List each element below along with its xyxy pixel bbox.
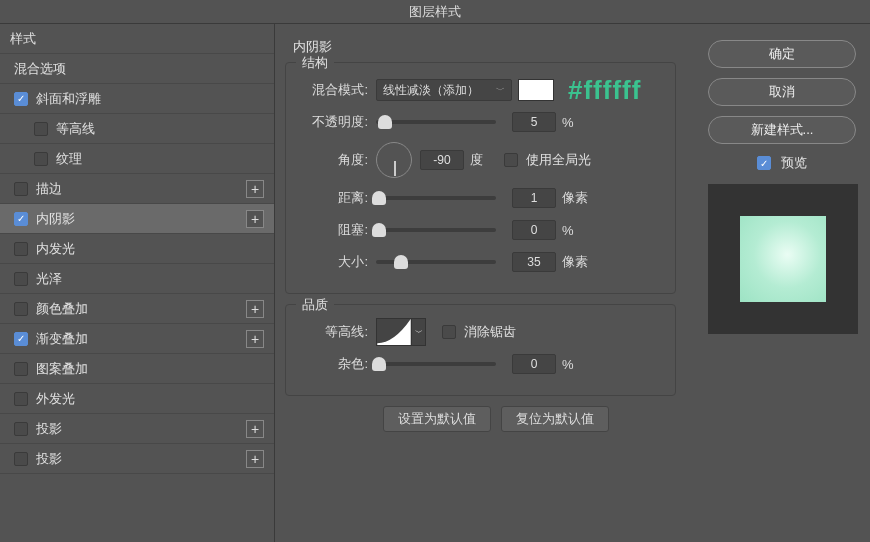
- quality-title: 品质: [296, 296, 334, 314]
- checkbox-icon[interactable]: [34, 122, 48, 136]
- sidebar-item-label: 颜色叠加: [36, 300, 88, 318]
- checkbox-icon[interactable]: [14, 422, 28, 436]
- right-panel: 确定 取消 新建样式... 预览: [694, 24, 870, 542]
- angle-label: 角度:: [300, 151, 368, 169]
- make-default-button[interactable]: 设置为默认值: [383, 406, 491, 432]
- sidebar-item-gradient-overlay[interactable]: 渐变叠加 +: [0, 324, 274, 354]
- chevron-down-icon: ﹀: [496, 84, 505, 97]
- global-light-label: 使用全局光: [526, 151, 591, 169]
- styles-sidebar: 样式 混合选项 斜面和浮雕 等高线 纹理 描边 + 内阴影 + 内发光: [0, 24, 275, 542]
- sidebar-header-styles: 样式: [0, 24, 274, 54]
- sidebar-item-label: 内阴影: [36, 210, 75, 228]
- checkbox-icon[interactable]: [14, 212, 28, 226]
- distance-label: 距离:: [300, 189, 368, 207]
- global-light-checkbox[interactable]: [504, 153, 518, 167]
- sidebar-item-stroke[interactable]: 描边 +: [0, 174, 274, 204]
- spread-slider[interactable]: [376, 228, 496, 232]
- slider-thumb-icon[interactable]: [372, 223, 386, 237]
- contour-picker[interactable]: [376, 318, 412, 346]
- structure-fieldset: 结构 混合模式: 线性减淡（添加） ﹀ #ffffff 不透明度: 5 %: [285, 62, 676, 294]
- checkbox-icon[interactable]: [14, 92, 28, 106]
- sidebar-item-label: 渐变叠加: [36, 330, 88, 348]
- cancel-button[interactable]: 取消: [708, 78, 856, 106]
- sidebar-item-pattern-overlay[interactable]: 图案叠加: [0, 354, 274, 384]
- checkbox-icon[interactable]: [14, 242, 28, 256]
- checkbox-icon[interactable]: [14, 392, 28, 406]
- slider-thumb-icon[interactable]: [394, 255, 408, 269]
- add-gradient-overlay-icon[interactable]: +: [246, 330, 264, 348]
- checkbox-icon[interactable]: [14, 332, 28, 346]
- antialias-checkbox[interactable]: [442, 325, 456, 339]
- add-color-overlay-icon[interactable]: +: [246, 300, 264, 318]
- color-hex-annotation: #ffffff: [568, 75, 641, 106]
- sidebar-item-label: 投影: [36, 420, 62, 438]
- angle-input[interactable]: -90: [420, 150, 464, 170]
- sidebar-item-satin[interactable]: 光泽: [0, 264, 274, 294]
- checkbox-icon[interactable]: [14, 302, 28, 316]
- opacity-label: 不透明度:: [300, 113, 368, 131]
- sidebar-item-label: 内发光: [36, 240, 75, 258]
- checkbox-icon[interactable]: [14, 272, 28, 286]
- opacity-slider[interactable]: [376, 120, 496, 124]
- add-drop-shadow-icon[interactable]: +: [246, 450, 264, 468]
- add-inner-shadow-icon[interactable]: +: [246, 210, 264, 228]
- blend-mode-select[interactable]: 线性减淡（添加） ﹀: [376, 79, 512, 101]
- preview-thumbnail: [740, 216, 826, 302]
- preview-label: 预览: [781, 154, 807, 172]
- sidebar-item-label: 图案叠加: [36, 360, 88, 378]
- sidebar-item-color-overlay[interactable]: 颜色叠加 +: [0, 294, 274, 324]
- noise-input[interactable]: 0: [512, 354, 556, 374]
- sidebar-item-outer-glow[interactable]: 外发光: [0, 384, 274, 414]
- slider-thumb-icon[interactable]: [378, 115, 392, 129]
- sidebar-item-label: 斜面和浮雕: [36, 90, 101, 108]
- blend-mode-value: 线性减淡（添加）: [383, 82, 479, 99]
- antialias-label: 消除锯齿: [464, 323, 516, 341]
- size-input[interactable]: 35: [512, 252, 556, 272]
- sidebar-item-texture[interactable]: 纹理: [0, 144, 274, 174]
- sidebar-item-inner-glow[interactable]: 内发光: [0, 234, 274, 264]
- distance-input[interactable]: 1: [512, 188, 556, 208]
- reset-default-button[interactable]: 复位为默认值: [501, 406, 609, 432]
- slider-thumb-icon[interactable]: [372, 357, 386, 371]
- opacity-input[interactable]: 5: [512, 112, 556, 132]
- noise-label: 杂色:: [300, 355, 368, 373]
- sidebar-item-label: 描边: [36, 180, 62, 198]
- sidebar-item-inner-shadow[interactable]: 内阴影 +: [0, 204, 274, 234]
- size-label: 大小:: [300, 253, 368, 271]
- distance-slider[interactable]: [376, 196, 496, 200]
- slider-thumb-icon[interactable]: [372, 191, 386, 205]
- chevron-down-icon[interactable]: ﹀: [412, 318, 426, 346]
- sidebar-item-drop-shadow-2[interactable]: 投影 +: [0, 444, 274, 474]
- distance-unit: 像素: [562, 189, 592, 207]
- spread-label: 阻塞:: [300, 221, 368, 239]
- noise-slider[interactable]: [376, 362, 496, 366]
- preview-checkbox[interactable]: [757, 156, 771, 170]
- noise-unit: %: [562, 357, 592, 372]
- checkbox-icon[interactable]: [14, 362, 28, 376]
- ok-button[interactable]: 确定: [708, 40, 856, 68]
- angle-dial[interactable]: [376, 142, 412, 178]
- sidebar-item-label: 外发光: [36, 390, 75, 408]
- add-stroke-icon[interactable]: +: [246, 180, 264, 198]
- sidebar-item-label: 等高线: [56, 120, 95, 138]
- preview-box: [708, 184, 858, 334]
- opacity-unit: %: [562, 115, 592, 130]
- sidebar-item-label: 光泽: [36, 270, 62, 288]
- checkbox-icon[interactable]: [34, 152, 48, 166]
- add-drop-shadow-icon[interactable]: +: [246, 420, 264, 438]
- size-slider[interactable]: [376, 260, 496, 264]
- sidebar-item-drop-shadow-1[interactable]: 投影 +: [0, 414, 274, 444]
- blend-mode-label: 混合模式:: [300, 81, 368, 99]
- spread-input[interactable]: 0: [512, 220, 556, 240]
- spread-unit: %: [562, 223, 592, 238]
- color-swatch[interactable]: [518, 79, 554, 101]
- structure-title: 结构: [296, 54, 334, 72]
- sidebar-item-bevel[interactable]: 斜面和浮雕: [0, 84, 274, 114]
- angle-needle-icon: [394, 161, 396, 176]
- sidebar-blending-options[interactable]: 混合选项: [0, 54, 274, 84]
- checkbox-icon[interactable]: [14, 452, 28, 466]
- sidebar-item-contour[interactable]: 等高线: [0, 114, 274, 144]
- new-style-button[interactable]: 新建样式...: [708, 116, 856, 144]
- window-title: 图层样式: [0, 0, 870, 24]
- checkbox-icon[interactable]: [14, 182, 28, 196]
